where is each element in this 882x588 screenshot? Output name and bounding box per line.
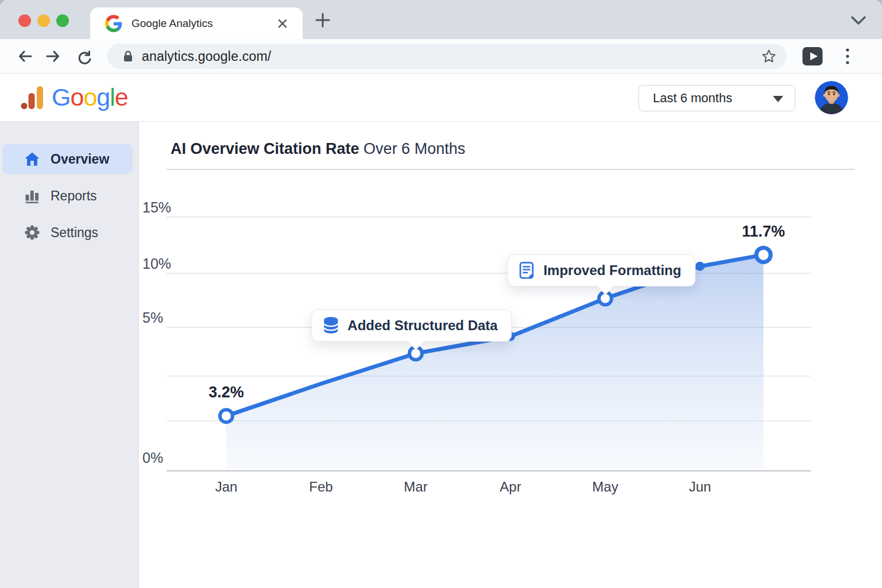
- y-tick-label: 10%: [142, 256, 171, 272]
- document-icon: [518, 261, 535, 280]
- data-point-marker[interactable]: [695, 262, 705, 271]
- brand-letter: o: [70, 83, 83, 111]
- browser-toolbar: analytics.google.com/: [0, 39, 882, 74]
- sidebar-item-overview[interactable]: Overview: [2, 144, 133, 174]
- brand-letter: e: [115, 83, 128, 111]
- url-text: analytics.google.com/: [142, 44, 271, 69]
- annotation-improved-formatting: Improved Formatting: [507, 254, 695, 287]
- reload-icon[interactable]: [75, 48, 92, 65]
- sidebar-item-label: Settings: [51, 218, 98, 247]
- app-header: Google Last 6 months: [0, 74, 882, 122]
- chart-area: 15%10%5%0%JanFebMarAprMayJun3.2%11.7% Ad…: [139, 189, 882, 514]
- sidebar: Overview Reports Setti: [0, 122, 139, 588]
- y-tick-label: 0%: [142, 450, 163, 466]
- line-chart: 15%10%5%0%JanFebMarAprMayJun3.2%11.7%: [139, 189, 882, 514]
- x-tick-label: Jan: [215, 479, 238, 494]
- tab-title: Google Analytics: [131, 7, 213, 39]
- data-point-label: 3.2%: [208, 384, 244, 401]
- chart-title-sub: Over 6 Months: [363, 140, 465, 157]
- close-window-button[interactable]: [18, 14, 31, 27]
- avatar[interactable]: [815, 81, 848, 114]
- x-tick-label: Apr: [500, 479, 521, 494]
- sidebar-item-reports[interactable]: Reports: [2, 181, 133, 211]
- data-point-label: 11.7%: [742, 223, 785, 240]
- video-extension-icon[interactable]: [802, 45, 823, 67]
- brand-letter: o: [83, 83, 96, 111]
- main-content: AI Overview Citation Rate Over 6 Months …: [139, 122, 882, 588]
- annotation-label: Improved Formatting: [543, 262, 681, 278]
- bar-chart-icon: [24, 188, 40, 204]
- sidebar-item-settings[interactable]: Settings: [2, 218, 133, 247]
- gear-icon: [24, 225, 40, 241]
- area-fill: [226, 255, 764, 469]
- google-favicon-icon: [105, 15, 122, 32]
- page-title: AI Overview Citation Rate Over 6 Months: [171, 140, 465, 158]
- url-bar[interactable]: analytics.google.com/: [107, 44, 787, 69]
- y-tick-label: 5%: [142, 310, 163, 326]
- sidebar-item-label: Overview: [51, 144, 109, 174]
- data-point-marker[interactable]: [756, 247, 771, 262]
- sidebar-item-label: Reports: [51, 181, 97, 211]
- x-tick-label: May: [592, 479, 618, 494]
- x-tick-label: Jun: [689, 479, 711, 494]
- tab-strip: Google Analytics: [0, 0, 882, 39]
- bookmark-star-icon[interactable]: [761, 49, 776, 64]
- x-tick-label: Feb: [309, 479, 332, 494]
- annotation-added-structured-data: Added Structured Data: [311, 310, 512, 342]
- browser-window: Google Analytics analyti: [0, 0, 882, 588]
- y-tick-label: 15%: [142, 199, 171, 215]
- data-point-marker[interactable]: [220, 409, 233, 422]
- minimize-window-button[interactable]: [37, 14, 50, 27]
- home-icon: [24, 151, 40, 167]
- zoom-window-button[interactable]: [56, 14, 69, 27]
- brand-letter: l: [110, 83, 115, 111]
- database-icon: [322, 316, 339, 335]
- new-tab-button[interactable]: [314, 11, 332, 29]
- brand-letter: g: [96, 83, 110, 111]
- browser-tab[interactable]: Google Analytics: [90, 7, 303, 39]
- avatar-illustration: [815, 81, 848, 114]
- chart-title-main: AI Overview Citation Rate: [171, 140, 359, 157]
- title-divider: [167, 169, 855, 170]
- lock-icon: [122, 50, 134, 63]
- google-analytics-logo-icon: [20, 84, 46, 111]
- x-tick-label: Mar: [404, 479, 427, 494]
- chevron-down-icon[interactable]: [850, 16, 867, 26]
- browser-menu-icon[interactable]: [842, 47, 853, 65]
- close-tab-icon[interactable]: [275, 16, 290, 31]
- date-range-value: Last 6 months: [653, 86, 732, 111]
- date-range-select[interactable]: Last 6 months: [639, 85, 795, 111]
- brand-letter: G: [52, 83, 70, 111]
- forward-icon[interactable]: [45, 48, 62, 65]
- back-icon[interactable]: [16, 48, 33, 65]
- caret-down-icon: [773, 96, 783, 102]
- annotation-label: Added Structured Data: [347, 318, 497, 334]
- google-wordmark: Google: [52, 74, 128, 122]
